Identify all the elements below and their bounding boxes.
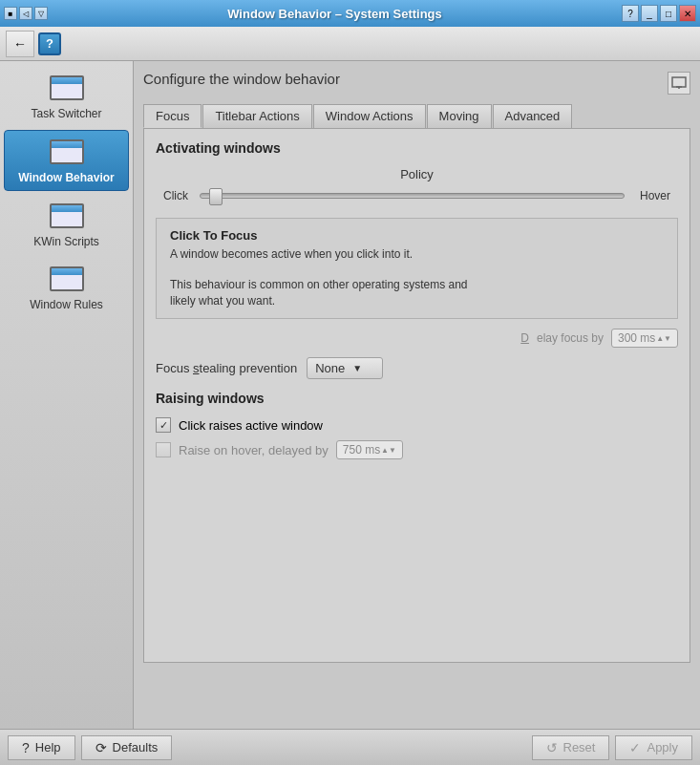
help-icon-bottom: ? [22, 740, 30, 755]
titlebar-icons: ■ ◁ ▽ [4, 7, 48, 20]
click-raises-checkbox[interactable] [156, 417, 171, 433]
content-header-icon [668, 72, 690, 95]
defaults-button[interactable]: ⟳ Defaults [81, 735, 173, 760]
window-behavior-icon [48, 137, 86, 167]
focus-stealing-label: Focus stealing prevention [156, 361, 297, 375]
desc-title: Click To Focus [170, 228, 664, 243]
bottom-bar: ? Help ⟳ Defaults ↺ Reset ✓ Apply [0, 729, 700, 765]
reset-label: Reset [563, 740, 596, 754]
titlebar: ■ ◁ ▽ Window Behavior – System Settings … [0, 0, 700, 27]
tab-focus[interactable]: Focus [143, 104, 202, 128]
bottom-left: ? Help ⟳ Defaults [8, 735, 172, 760]
delay-focus-label-rest: elay focus by [537, 331, 604, 345]
slider-left-label: Click [163, 189, 192, 202]
help-label: Help [35, 740, 61, 754]
delay-focus-label: D [520, 331, 529, 345]
tab-moving-label: Moving [439, 109, 479, 123]
sidebar-label-window-behavior: Window Behavior [18, 171, 115, 184]
raise-on-hover-checkbox[interactable] [156, 442, 171, 457]
desc-line1: A window becomes active when you click i… [170, 246, 664, 263]
monitor-icon [671, 75, 687, 91]
titlebar-left: ■ ◁ ▽ [4, 7, 48, 20]
tabs-container: Focus Titlebar Actions Window Actions Mo… [143, 104, 690, 128]
apply-icon: ✓ [629, 740, 641, 755]
content-header: Configure the window behavior [143, 71, 340, 87]
delay-focus-input[interactable]: 300 ms ▲▼ [611, 329, 678, 348]
back-icon: ← [13, 36, 27, 52]
sidebar-label-window-rules: Window Rules [30, 298, 103, 311]
focus-stealing-dropdown[interactable]: None ▼ [307, 357, 383, 379]
sidebar-item-kwin-scripts[interactable]: KWin Scripts [4, 195, 129, 254]
titlebar-maximize-btn[interactable]: □ [660, 5, 677, 22]
delay-focus-row: Delay focus by 300 ms ▲▼ [156, 329, 678, 348]
back-button[interactable]: ← [6, 31, 34, 57]
policy-slider-track [200, 193, 625, 199]
desc-line2: This behaviour is common on other operat… [170, 277, 664, 293]
window-behavior-window-icon [50, 139, 84, 164]
tab-titlebar-label: Titlebar Actions [215, 109, 299, 123]
tab-moving[interactable]: Moving [427, 104, 492, 128]
defaults-icon: ⟳ [95, 740, 107, 755]
focus-panel: Activating windows Policy Click Hover Cl… [143, 128, 690, 663]
defaults-label: Defaults [113, 740, 159, 754]
titlebar-help-btn[interactable]: ? [622, 5, 639, 22]
window-rules-icon [48, 264, 86, 294]
activating-windows-title: Activating windows [156, 140, 678, 156]
raise-hover-spinner: ▲▼ [381, 446, 396, 455]
help-button-bottom[interactable]: ? Help [8, 735, 75, 760]
policy-label: Policy [156, 167, 678, 181]
tab-focus-label: Focus [156, 109, 189, 123]
task-switcher-icon [48, 73, 86, 103]
slider-right-label: Hover [632, 189, 670, 202]
policy-container: Policy Click Hover [156, 167, 678, 202]
tab-advanced[interactable]: Advanced [493, 104, 573, 128]
apply-label: Apply [647, 740, 678, 754]
tab-window-actions[interactable]: Window Actions [313, 104, 426, 128]
bottom-right: ↺ Reset ✓ Apply [532, 735, 693, 760]
spinner-arrows: ▲▼ [656, 334, 671, 343]
titlebar-close-btn[interactable]: ✕ [679, 5, 696, 22]
content-area: Configure the window behavior Focus Titl… [134, 61, 700, 729]
reset-icon: ↺ [546, 740, 558, 755]
policy-slider-thumb[interactable] [209, 188, 223, 205]
sidebar-item-window-rules[interactable]: Window Rules [4, 258, 129, 317]
window-rules-window-icon [50, 266, 84, 291]
desc-line3: likely what you want. [170, 293, 664, 309]
reset-button[interactable]: ↺ Reset [532, 735, 610, 760]
focus-stealing-row: Focus stealing prevention None ▼ [156, 357, 678, 379]
raising-windows-title: Raising windows [156, 391, 678, 406]
apply-button[interactable]: ✓ Apply [615, 735, 692, 760]
titlebar-icon-3: ▽ [34, 7, 48, 20]
sidebar-item-task-switcher[interactable]: Task Switcher [4, 67, 129, 126]
description-box: Click To Focus A window becomes active w… [156, 218, 678, 319]
focus-stealing-value: None [315, 361, 345, 375]
raising-section: Raising windows Click raises active wind… [156, 391, 678, 459]
svg-rect-0 [672, 77, 686, 87]
raise-hover-input: 750 ms ▲▼ [336, 440, 403, 459]
titlebar-icon-1: ■ [4, 7, 17, 20]
slider-row: Click Hover [156, 189, 678, 202]
sidebar-label-task-switcher: Task Switcher [31, 107, 101, 120]
toolbar: ← ? [0, 27, 700, 61]
sidebar: Task Switcher Window Behavior KWin Scrip… [0, 61, 134, 729]
help-button[interactable]: ? [38, 32, 61, 55]
tab-titlebar-actions[interactable]: Titlebar Actions [202, 104, 311, 128]
kwin-scripts-icon [48, 201, 86, 231]
kwin-scripts-window-icon [50, 203, 84, 228]
window-title: Window Behavior – System Settings [48, 7, 622, 21]
sidebar-item-window-behavior[interactable]: Window Behavior [4, 130, 129, 191]
titlebar-controls[interactable]: ? _ □ ✕ [622, 5, 696, 22]
tab-window-actions-label: Window Actions [326, 109, 414, 123]
raise-hover-value: 750 ms [343, 443, 380, 457]
main-layout: Task Switcher Window Behavior KWin Scrip… [0, 61, 700, 729]
raise-on-hover-row: Raise on hover, delayed by 750 ms ▲▼ [156, 440, 678, 459]
titlebar-icon-2: ◁ [19, 7, 32, 20]
raise-on-hover-label: Raise on hover, delayed by [179, 443, 329, 457]
sidebar-label-kwin-scripts: KWin Scripts [33, 235, 99, 248]
titlebar-minimize-btn[interactable]: _ [641, 5, 658, 22]
click-raises-row: Click raises active window [156, 417, 678, 433]
delay-focus-value: 300 ms [618, 331, 655, 345]
click-raises-label: Click raises active window [179, 418, 323, 433]
tab-advanced-label: Advanced [505, 109, 561, 123]
dropdown-arrow-icon: ▼ [352, 363, 362, 373]
